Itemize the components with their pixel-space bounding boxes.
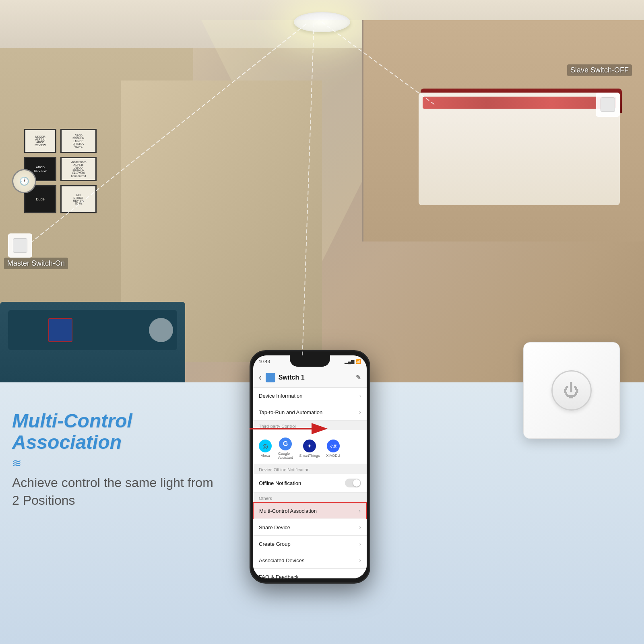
menu-item-device-info[interactable]: Device Information › [253, 388, 367, 404]
xiaodu-circle: 小度 [327, 440, 340, 452]
third-party-icons: ◎ Alexa G GoogleAssistant ✦ SmartThings … [259, 438, 361, 460]
xiaodu-icon-item[interactable]: 小度 XIAODU [326, 440, 341, 458]
phone-signal: ▂▄▆ 📶 [345, 359, 361, 364]
menu-label: Associated Devices [259, 557, 304, 564]
switch-inner [601, 97, 615, 112]
offline-label: Offline Notification [259, 480, 301, 486]
edit-icon[interactable]: ✎ [356, 374, 361, 381]
menu-label: Create Group [259, 541, 291, 547]
menu-item-faq[interactable]: FAQ & Feedback › [253, 569, 367, 578]
xiaodu-label: XIAODU [326, 454, 341, 458]
section-label-third-party: Third-party Control [253, 421, 367, 430]
third-party-section: ◎ Alexa G GoogleAssistant ✦ SmartThings … [253, 430, 367, 464]
wall-clock: 🕐 [12, 169, 36, 193]
google-label: GoogleAssistant [278, 452, 293, 460]
picture-frame: UKIJORALP5.IdABCOREVIEW [24, 129, 56, 153]
power-icon: ⏻ [564, 382, 580, 400]
power-button[interactable]: ⏻ [551, 370, 592, 411]
arrow-icon: › [359, 392, 361, 399]
toggle-knob [353, 479, 360, 487]
phone-notch [290, 355, 330, 367]
bedroom-area [362, 20, 644, 242]
arrow-icon: › [359, 541, 361, 547]
menu-item-create-group[interactable]: Create Group › [253, 536, 367, 552]
alexa-label: Alexa [261, 454, 270, 458]
alexa-circle: ◎ [259, 440, 272, 452]
arrow-icon: › [359, 524, 361, 530]
offline-notification-row: Offline Notification [253, 474, 367, 493]
menu-list: Device Information › Tap-to-Run and Auto… [253, 388, 367, 578]
google-circle: G [279, 438, 292, 450]
back-button[interactable]: ‹ [259, 373, 262, 382]
phone-screen: 10:48 ▂▄▆ 📶 ‹ Switch 1 ✎ Device Informat… [253, 355, 367, 578]
master-switch-label: Master Switch-On [4, 258, 68, 269]
phone-time: 10:48 [259, 359, 270, 364]
arrow-icon: › [359, 409, 361, 415]
menu-label: FAQ & Feedback [259, 574, 299, 579]
smartthings-label: SmartThings [299, 454, 320, 458]
slave-switch-box [596, 93, 620, 117]
slave-switch-label: Slave Switch-OFF [567, 64, 632, 76]
section-label-others: Others [253, 493, 367, 502]
menu-item-associated-devices[interactable]: Associated Devices › [253, 552, 367, 569]
switch-inner [13, 238, 27, 253]
section-label-offline: Device Offline Notification [253, 464, 367, 474]
menu-label: Share Device [259, 524, 290, 530]
phone-header: ‹ Switch 1 ✎ [253, 367, 367, 388]
picture-frame: VandermachALP5.IdABCOEFGHIJKidea 7980har… [60, 157, 97, 181]
arrow-icon: › [359, 508, 361, 514]
master-switch-box [8, 233, 32, 258]
arrow-icon: › [359, 557, 361, 564]
menu-item-tap-to-run[interactable]: Tap-to-Run and Automation › [253, 404, 367, 421]
multi-control-title: Multi-Control Association [12, 411, 246, 453]
google-icon-item[interactable]: G GoogleAssistant [278, 438, 293, 460]
menu-label: Device Information [259, 393, 302, 399]
offline-toggle[interactable] [345, 479, 361, 487]
menu-item-multi-control[interactable]: Multi-Control Association › [253, 502, 367, 519]
smartphone: 10:48 ▂▄▆ 📶 ‹ Switch 1 ✎ Device Informat… [250, 350, 370, 584]
description-line1: Achieve control the same light from [12, 475, 213, 490]
menu-label: Tap-to-Run and Automation [259, 409, 322, 415]
alexa-icon-item[interactable]: ◎ Alexa [259, 440, 272, 458]
smartthings-icon-item[interactable]: ✦ SmartThings [299, 440, 320, 458]
picture-frame: ABCDEFGHIJKLMNOPQRSTUVWXYZ [60, 129, 97, 153]
picture-frame: NOSTRICTREVIEW2D-01 [60, 185, 97, 213]
arrow-icon: › [359, 574, 361, 578]
info-section: Multi-Control Association ≋ Achieve cont… [12, 411, 246, 510]
waves-decoration: ≋ [12, 456, 246, 470]
bed [419, 93, 620, 205]
device-icon [266, 373, 275, 382]
smartthings-circle: ✦ [303, 440, 316, 452]
menu-label: Multi-Control Association [259, 508, 317, 514]
description-line2: 2 Positions [12, 493, 75, 508]
menu-item-share-device[interactable]: Share Device › [253, 519, 367, 536]
smart-switch-device: ⏻ [523, 342, 620, 439]
description: Achieve control the same light from 2 Po… [12, 474, 246, 510]
phone-title: Switch 1 [279, 374, 356, 381]
